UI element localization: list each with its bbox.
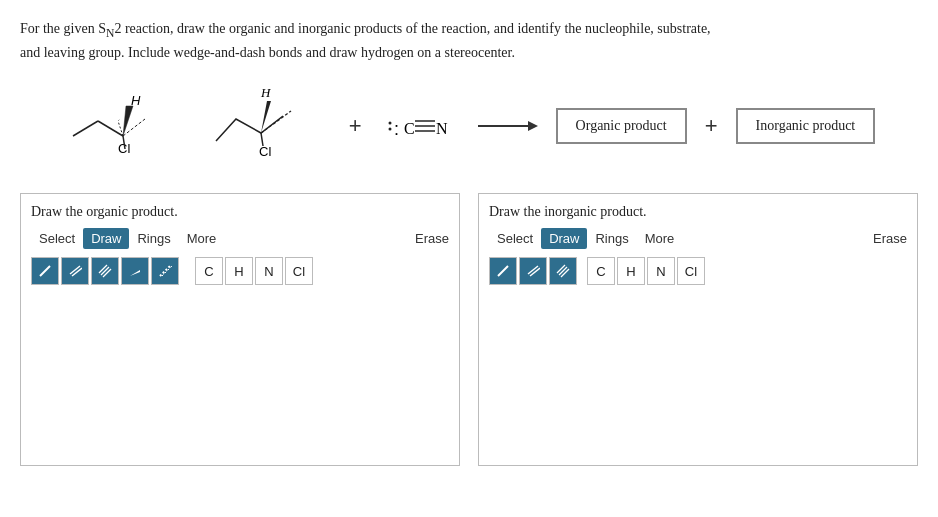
svg-line-29 <box>103 269 111 277</box>
organic-more-button[interactable]: More <box>179 228 225 249</box>
inorganic-rings-button[interactable]: Rings <box>587 228 636 249</box>
organic-drawer-panel: Draw the organic product. Select Draw Ri… <box>20 193 460 466</box>
svg-line-38 <box>561 269 569 277</box>
inorganic-atom-c[interactable]: C <box>587 257 615 285</box>
inorganic-tool-icons: C H N Cl <box>489 257 907 285</box>
organic-atom-c[interactable]: C <box>195 257 223 285</box>
reaction-diagram: H Cl H Cl + : C N <box>20 81 918 171</box>
organic-single-bond-tool[interactable] <box>31 257 59 285</box>
organic-wedge-tool[interactable] <box>121 257 149 285</box>
instruction-text: For the given SN2 reaction, draw the org… <box>20 18 918 63</box>
svg-text:H: H <box>131 93 141 108</box>
svg-line-32 <box>162 266 172 276</box>
inorganic-toolbar: Select Draw Rings More Erase <box>489 228 907 249</box>
svg-text:Cl: Cl <box>259 144 271 159</box>
inorganic-draw-canvas[interactable] <box>489 285 907 455</box>
inorganic-product-label: Inorganic product <box>756 118 856 133</box>
organic-double-bond-tool[interactable] <box>61 257 89 285</box>
cn-molecule: : C N <box>380 101 460 151</box>
svg-text:N: N <box>436 120 448 137</box>
svg-line-37 <box>559 267 567 275</box>
svg-marker-2 <box>123 106 133 136</box>
reactant-molecule-detail: H Cl <box>211 81 331 171</box>
inorganic-single-bond-tool[interactable] <box>489 257 517 285</box>
svg-line-0 <box>73 121 98 136</box>
reaction-arrow <box>478 116 538 136</box>
plus-sign-1: + <box>349 113 362 139</box>
inorganic-erase-button[interactable]: Erase <box>873 231 907 246</box>
drawers-row: Draw the organic product. Select Draw Ri… <box>20 193 918 466</box>
inorganic-atom-n[interactable]: N <box>647 257 675 285</box>
organic-dash-tool[interactable] <box>151 257 179 285</box>
organic-toolbar: Select Draw Rings More Erase <box>31 228 449 249</box>
svg-line-24 <box>40 266 50 276</box>
svg-line-36 <box>557 265 565 273</box>
inorganic-triple-bond-tool[interactable] <box>549 257 577 285</box>
inorganic-atom-cl[interactable]: Cl <box>677 257 705 285</box>
organic-draw-button[interactable]: Draw <box>83 228 129 249</box>
organic-product-label: Organic product <box>576 118 667 133</box>
inorganic-select-button[interactable]: Select <box>489 228 541 249</box>
inorganic-draw-button[interactable]: Draw <box>541 228 587 249</box>
svg-line-33 <box>498 266 508 276</box>
organic-erase-button[interactable]: Erase <box>415 231 449 246</box>
plus-sign-2: + <box>705 113 718 139</box>
reactant-molecule: H Cl <box>63 81 193 171</box>
svg-text::: : <box>394 119 399 139</box>
svg-text:C: C <box>404 120 415 137</box>
organic-tool-icons: C H N Cl <box>31 257 449 285</box>
organic-atom-cl[interactable]: Cl <box>285 257 313 285</box>
svg-line-31 <box>160 266 170 276</box>
inorganic-atom-h[interactable]: H <box>617 257 645 285</box>
organic-atom-n[interactable]: N <box>255 257 283 285</box>
svg-line-6 <box>118 119 120 121</box>
svg-text:H: H <box>260 85 271 100</box>
svg-marker-30 <box>130 270 140 276</box>
organic-draw-canvas[interactable] <box>31 285 449 455</box>
svg-point-14 <box>388 122 391 125</box>
inorganic-product-box: Inorganic product <box>736 108 876 144</box>
svg-line-27 <box>99 265 107 273</box>
organic-atom-h[interactable]: H <box>225 257 253 285</box>
inorganic-more-button[interactable]: More <box>637 228 683 249</box>
organic-select-button[interactable]: Select <box>31 228 83 249</box>
organic-product-box: Organic product <box>556 108 687 144</box>
inorganic-double-bond-tool[interactable] <box>519 257 547 285</box>
organic-rings-button[interactable]: Rings <box>129 228 178 249</box>
inorganic-drawer-panel: Draw the inorganic product. Select Draw … <box>478 193 918 466</box>
organic-triple-bond-tool[interactable] <box>91 257 119 285</box>
inorganic-panel-title: Draw the inorganic product. <box>489 204 907 220</box>
svg-marker-23 <box>528 121 538 131</box>
organic-panel-title: Draw the organic product. <box>31 204 449 220</box>
svg-point-15 <box>388 128 391 131</box>
svg-line-28 <box>101 267 109 275</box>
